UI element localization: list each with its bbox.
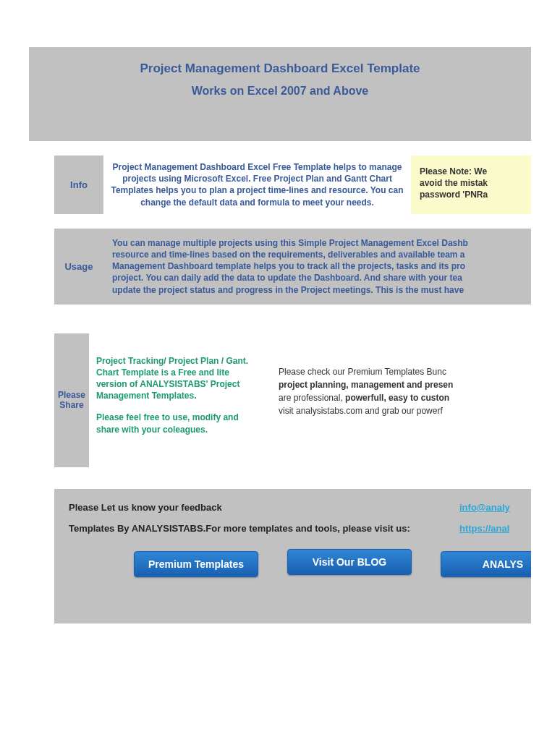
share-paragraph: Project Tracking/ Project Plan / Gant. C… xyxy=(96,355,257,402)
info-body: Project Management Dashboard Excel Free … xyxy=(103,156,411,214)
templates-label: Templates By ANALYSISTABS.For more templ… xyxy=(69,523,459,534)
note-line: avoid the mistak xyxy=(420,177,528,189)
analysistabs-button[interactable]: ANALYS xyxy=(441,551,531,577)
premium-line: are professional, powerfull, easy to cus… xyxy=(279,391,531,404)
usage-line: update the project status and progress i… xyxy=(112,284,531,296)
visit-blog-button[interactable]: Visit Our BLOG xyxy=(287,549,412,575)
usage-line: You can manage multiple projects using t… xyxy=(112,237,531,249)
templates-line: Templates By ANALYSISTABS.For more templ… xyxy=(69,523,531,534)
feedback-label: Please Let us know your feedback xyxy=(69,502,459,513)
premium-line: visit analysistabs.com and grab our powe… xyxy=(279,404,531,417)
premium-templates-button[interactable]: Premium Templates xyxy=(134,551,258,577)
usage-line: project. You can daily add the data to u… xyxy=(112,272,531,284)
usage-row: Usage You can manage multiple projects u… xyxy=(54,229,531,305)
premium-line: Please check our Premium Templates Bunc xyxy=(279,365,531,378)
usage-label: Usage xyxy=(54,229,103,305)
usage-body: You can manage multiple projects using t… xyxy=(103,229,531,305)
templates-url-link[interactable]: https://anal xyxy=(459,523,509,534)
page-title: Project Management Dashboard Excel Templ… xyxy=(36,61,524,76)
usage-line: Management Dashboard template helps you … xyxy=(112,260,531,272)
share-body: Project Tracking/ Project Plan / Gant. C… xyxy=(89,333,264,467)
header-block: Project Management Dashboard Excel Templ… xyxy=(29,47,531,141)
page-subtitle: Works on Excel 2007 and Above xyxy=(36,85,524,98)
share-row: Please Share Project Tracking/ Project P… xyxy=(54,333,531,467)
share-left-group: Please Share Project Tracking/ Project P… xyxy=(54,333,264,467)
share-label: Please Share xyxy=(54,333,89,467)
feedback-line: Please Let us know your feedback info@an… xyxy=(69,502,531,513)
feedback-email-link[interactable]: info@analy xyxy=(459,502,510,513)
note-line: Please Note: We xyxy=(420,166,528,177)
premium-line: project planning, management and presen xyxy=(279,378,531,391)
share-paragraph: Please feel free to use, modify and shar… xyxy=(96,412,257,435)
info-label: Info xyxy=(54,156,103,214)
buttons-row: Premium Templates Visit Our BLOG ANALYS xyxy=(54,551,531,577)
note-box: Please Note: We avoid the mistak passwor… xyxy=(411,156,531,214)
footer-block: Please Let us know your feedback info@an… xyxy=(54,489,531,623)
premium-body: Please check our Premium Templates Bunc … xyxy=(264,333,531,467)
info-row: Info Project Management Dashboard Excel … xyxy=(54,156,531,214)
usage-line: resource and time-lines based on the req… xyxy=(112,249,531,260)
document-page: Project Management Dashboard Excel Templ… xyxy=(0,0,560,634)
note-line: password 'PNRa xyxy=(420,189,528,200)
